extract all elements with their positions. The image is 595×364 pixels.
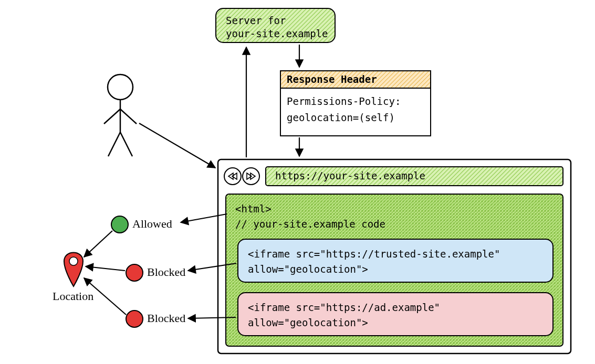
svg-point-3 xyxy=(108,74,133,100)
location-label: Location xyxy=(53,290,93,303)
svg-line-7 xyxy=(108,132,120,156)
page-code: <html> // your-site.example code xyxy=(235,201,385,231)
arrow-blocked1-to-pin xyxy=(86,266,125,271)
browser-url-text: https://your-site.example xyxy=(275,170,425,181)
user-icon xyxy=(104,74,137,156)
status-blocked-label-1: Blocked xyxy=(147,265,185,279)
status-blocked-dot-2 xyxy=(126,311,143,327)
response-header-title: Response Header xyxy=(287,73,377,85)
arrow-user-to-browser xyxy=(139,123,215,168)
iframe-trusted-code: <iframe src="https://trusted-site.exampl… xyxy=(248,247,500,277)
svg-line-6 xyxy=(120,109,137,124)
svg-point-9 xyxy=(69,257,78,265)
status-blocked-label-2: Blocked xyxy=(147,312,185,325)
svg-line-5 xyxy=(104,109,120,124)
status-blocked-dot-1 xyxy=(126,264,143,281)
status-allowed-label: Allowed xyxy=(132,217,172,231)
response-header-body: Permissions-Policy: geolocation=(self) xyxy=(287,93,401,126)
svg-line-8 xyxy=(120,132,132,156)
iframe-ad-code: <iframe src="https://ad.example" allow="… xyxy=(248,300,440,331)
server-label: Server for your-site.example xyxy=(226,14,328,40)
location-pin-icon xyxy=(64,253,83,287)
status-allowed-dot xyxy=(111,216,128,233)
arrow-allowed-to-pin xyxy=(84,231,112,257)
